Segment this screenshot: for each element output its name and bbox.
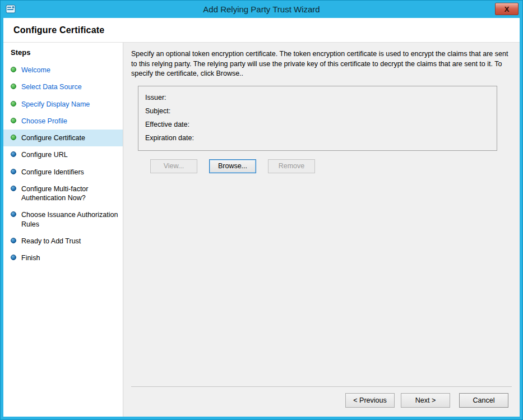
steps-heading: Steps [3,43,123,62]
sidebar-item-ready-to-add-trust: Ready to Add Trust [3,233,123,250]
certificate-field-label: Expiration date: [145,134,194,142]
certificate-details-box: Issuer:Subject:Effective date:Expiration… [138,86,497,151]
certificate-field-row: Expiration date: [145,131,490,145]
step-label: Ready to Add Trust [21,237,81,246]
step-complete-icon [11,135,16,140]
remove-button: Remove [268,159,315,173]
window-title: Add Relying Party Trust Wizard [203,4,320,14]
certificate-field-label: Subject: [145,107,170,115]
step-label: Configure Certificate [21,133,85,142]
certificate-field-row: Subject: [145,104,490,118]
sidebar-item-configure-certificate[interactable]: Configure Certificate [3,130,123,146]
certificate-field-label: Effective date: [145,121,189,128]
step-complete-icon [11,84,16,89]
wizard-window: Add Relying Party Trust Wizard X Configu… [0,0,523,420]
wizard-footer: < Previous Next > Cancel [131,386,512,409]
step-label: Choose Issuance Authorization Rules [21,210,118,229]
step-label: Choose Profile [21,117,67,126]
step-pending-icon [11,255,16,260]
sidebar-item-configure-identifiers: Configure Identifiers [3,164,123,181]
steps-sidebar: Steps WelcomeSelect Data SourceSpecify D… [3,43,123,417]
step-description: Specify an optional token encryption cer… [131,49,512,79]
browse-button[interactable]: Browse... [209,159,256,173]
sidebar-item-choose-issuance-authorization-rules: Choose Issuance Authorization Rules [3,206,123,233]
sidebar-item-select-data-source[interactable]: Select Data Source [3,79,123,95]
sidebar-item-configure-url: Configure URL [3,146,123,163]
step-complete-icon [11,67,16,72]
step-label: Specify Display Name [21,100,90,109]
certificate-field-row: Issuer: [145,91,490,104]
content-pane: Specify an optional token encryption cer… [123,43,520,417]
step-pending-icon [11,186,16,191]
view-button: View... [150,159,197,173]
sidebar-item-choose-profile[interactable]: Choose Profile [3,113,123,130]
sidebar-item-specify-display-name[interactable]: Specify Display Name [3,96,123,113]
next-button[interactable]: Next > [401,393,450,408]
certificate-action-row: View... Browse... Remove [150,159,512,173]
page-header: Configure Certificate [3,18,520,43]
step-pending-icon [11,238,16,243]
sidebar-item-configure-multi-factor-authentication-now: Configure Multi-factor Authentication No… [3,181,123,207]
step-label: Configure URL [21,150,68,159]
sidebar-item-finish: Finish [3,250,123,266]
step-label: Welcome [21,66,50,75]
step-label: Select Data Source [21,82,82,91]
step-label: Configure Identifiers [21,168,84,177]
sidebar-item-welcome[interactable]: Welcome [3,62,123,79]
close-button[interactable]: X [495,3,519,15]
titlebar: Add Relying Party Trust Wizard X [1,1,522,18]
wizard-app-icon [6,4,16,13]
certificate-field-label: Issuer: [145,94,166,101]
steps-list: WelcomeSelect Data SourceSpecify Display… [3,62,123,417]
step-complete-icon [11,118,16,123]
step-pending-icon [11,169,16,174]
step-pending-icon [11,211,16,217]
cancel-button[interactable]: Cancel [459,393,508,408]
wizard-frame: Configure Certificate Steps WelcomeSelec… [3,18,520,417]
page-title: Configure Certificate [13,25,510,35]
step-pending-icon [11,151,16,157]
step-complete-icon [11,101,16,107]
certificate-field-row: Effective date: [145,118,490,131]
wizard-body: Steps WelcomeSelect Data SourceSpecify D… [3,43,520,417]
previous-button[interactable]: < Previous [345,393,395,408]
step-label: Finish [21,253,40,262]
step-label: Configure Multi-factor Authentication No… [21,184,118,203]
